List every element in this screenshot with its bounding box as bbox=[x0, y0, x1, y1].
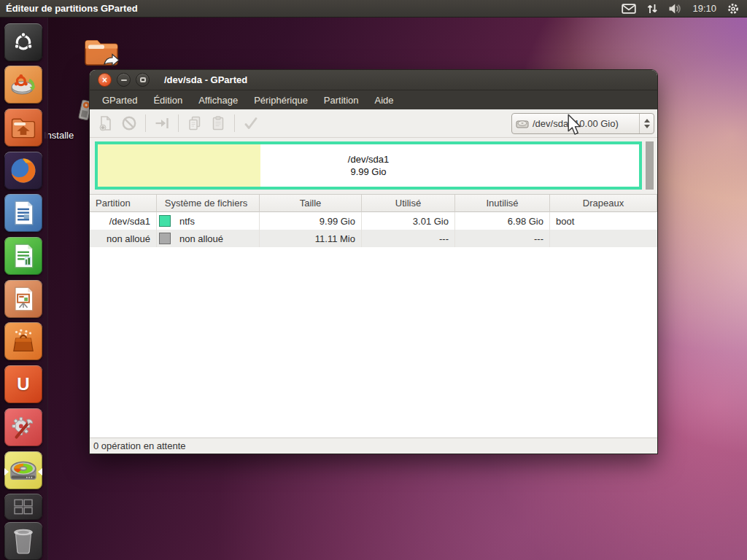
apply-check-icon bbox=[242, 114, 260, 132]
copy-button[interactable] bbox=[183, 112, 206, 135]
delete-partition-button[interactable] bbox=[117, 112, 141, 135]
cell-used: --- bbox=[362, 230, 455, 247]
calc-icon bbox=[11, 242, 36, 270]
maximize-button[interactable] bbox=[136, 73, 150, 87]
top-panel: Éditeur de partitions GParted 19:10 bbox=[0, 0, 747, 18]
ntfs-color-swatch bbox=[159, 215, 171, 227]
paste-button[interactable] bbox=[206, 112, 230, 135]
toolbar-separator bbox=[234, 114, 235, 132]
firefox-icon bbox=[8, 155, 39, 186]
unallocated-color-swatch bbox=[159, 233, 171, 244]
minimize-button[interactable] bbox=[117, 73, 131, 87]
install-cd-icon bbox=[56, 96, 94, 125]
partition-graphic-label: /dev/sda1 bbox=[348, 153, 389, 166]
maximize-icon bbox=[140, 77, 146, 82]
settings-gear-wrench-icon bbox=[9, 413, 37, 441]
column-header-partition[interactable]: Partition bbox=[90, 195, 157, 212]
toolbar-separator bbox=[145, 114, 146, 132]
menu-affichage[interactable]: Affichage bbox=[190, 92, 246, 109]
menubar: GParted Édition Affichage Périphérique P… bbox=[90, 90, 657, 109]
close-button[interactable]: × bbox=[98, 73, 112, 87]
impress-icon bbox=[11, 285, 36, 313]
table-row-unallocated[interactable]: non alloué non alloué 11.11 Mio --- --- bbox=[90, 230, 657, 247]
copy-icon bbox=[186, 114, 204, 132]
window-title: /dev/sda - GParted bbox=[164, 74, 247, 85]
menu-edition[interactable]: Édition bbox=[145, 92, 190, 109]
paste-icon bbox=[209, 114, 227, 132]
minimize-icon bbox=[121, 79, 127, 81]
workspace-switcher-button[interactable] bbox=[4, 494, 42, 520]
column-header-flags[interactable]: Drapeaux bbox=[550, 195, 657, 212]
statusbar: 0 opération en attente bbox=[90, 438, 657, 454]
column-header-used[interactable]: Utilisé bbox=[362, 195, 455, 212]
cell-size: 11.11 Mio bbox=[260, 230, 362, 247]
trash-button[interactable] bbox=[4, 522, 42, 560]
window-titlebar[interactable]: × /dev/sda - GParted bbox=[90, 70, 657, 90]
trash-icon bbox=[11, 527, 36, 555]
table-row-sda1[interactable]: /dev/sda1 ntfs 9.99 Gio 3.01 Gio 6.98 Gi… bbox=[90, 212, 657, 230]
menu-partition[interactable]: Partition bbox=[316, 92, 367, 109]
install-ubuntu-icon bbox=[9, 71, 37, 98]
libreoffice-impress-button[interactable] bbox=[4, 280, 42, 318]
running-indicator-arrow bbox=[4, 468, 9, 475]
menu-aide[interactable]: Aide bbox=[367, 92, 402, 109]
home-folder-icon bbox=[9, 115, 37, 140]
column-header-filesystem[interactable]: Système de fichiers bbox=[157, 195, 260, 212]
ubuntu-software-center-button[interactable] bbox=[4, 322, 42, 360]
table-header-row: Partition Système de fichiers Taille Uti… bbox=[90, 195, 657, 212]
home-folder-button[interactable] bbox=[4, 109, 42, 147]
cell-unused: --- bbox=[455, 230, 550, 247]
cell-size: 9.99 Gio bbox=[260, 212, 362, 230]
firefox-button[interactable] bbox=[4, 152, 42, 190]
cell-flags: boot bbox=[550, 212, 657, 230]
mouse-cursor bbox=[565, 114, 583, 139]
dash-home-button[interactable] bbox=[4, 23, 42, 61]
session-gear-icon[interactable] bbox=[727, 2, 740, 15]
device-selector[interactable]: /dev/sda (10.00 Gio) bbox=[511, 113, 654, 134]
disk-graphic-area: /dev/sda1 9.99 Gio bbox=[90, 137, 657, 194]
gparted-disk-icon bbox=[8, 457, 39, 483]
libreoffice-calc-button[interactable] bbox=[4, 237, 42, 275]
new-partition-icon bbox=[97, 114, 115, 132]
ubuntu-one-button[interactable]: U bbox=[4, 365, 42, 403]
panel-app-title: Éditeur de partitions GParted bbox=[0, 3, 138, 14]
spin-up-icon bbox=[644, 119, 650, 122]
menu-peripherique[interactable]: Périphérique bbox=[246, 92, 316, 109]
new-partition-button[interactable] bbox=[94, 112, 117, 135]
panel-clock[interactable]: 19:10 bbox=[692, 3, 716, 14]
scrollbar-thumb[interactable] bbox=[646, 141, 654, 190]
network-arrows-icon[interactable] bbox=[646, 3, 658, 15]
software-center-icon bbox=[9, 327, 37, 355]
pending-operations-text: 0 opération en attente bbox=[93, 440, 186, 451]
ubuntu-one-icon: U bbox=[17, 374, 29, 394]
workspace-switcher-icon bbox=[12, 498, 34, 516]
system-tray: 19:10 bbox=[622, 2, 747, 15]
partition-graphic[interactable]: /dev/sda1 9.99 Gio bbox=[95, 141, 642, 190]
volume-icon[interactable] bbox=[668, 3, 682, 15]
menu-gparted[interactable]: GParted bbox=[94, 92, 145, 109]
ubuntu-logo-icon bbox=[12, 31, 34, 53]
filesystem-label: non alloué bbox=[179, 233, 223, 244]
libreoffice-writer-button[interactable] bbox=[4, 194, 42, 232]
resize-move-icon bbox=[153, 114, 171, 132]
column-header-size[interactable]: Taille bbox=[260, 195, 362, 212]
partition-graphic-size: 9.99 Gio bbox=[350, 166, 386, 178]
gparted-launcher-button[interactable] bbox=[4, 451, 42, 489]
toolbar-separator bbox=[178, 114, 179, 132]
device-selector-spinner[interactable] bbox=[639, 114, 654, 133]
cell-partition: /dev/sda1 bbox=[90, 212, 157, 230]
system-settings-button[interactable] bbox=[4, 408, 42, 446]
delete-partition-icon bbox=[120, 114, 138, 132]
apply-button[interactable] bbox=[239, 112, 263, 135]
cell-flags bbox=[550, 230, 657, 247]
column-header-unused[interactable]: Inutilisé bbox=[455, 195, 550, 212]
unity-launcher: U bbox=[0, 18, 48, 560]
cell-used: 3.01 Gio bbox=[362, 212, 455, 230]
disk-icon bbox=[516, 117, 530, 130]
mail-icon[interactable] bbox=[622, 3, 636, 15]
resize-move-button[interactable] bbox=[150, 112, 174, 135]
focused-indicator-arrow bbox=[38, 468, 42, 475]
spin-down-icon bbox=[644, 125, 650, 128]
install-ubuntu-button[interactable] bbox=[4, 66, 42, 104]
cell-filesystem: non alloué bbox=[157, 230, 260, 247]
